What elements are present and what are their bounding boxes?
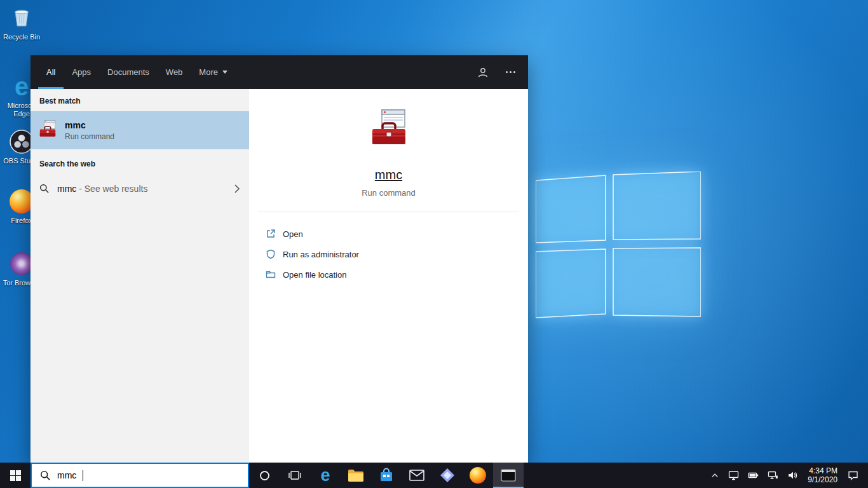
tray-battery[interactable] — [743, 463, 763, 488]
chevron-right-icon[interactable] — [234, 184, 240, 194]
result-title: mmc — [65, 120, 114, 130]
action-open-file-location[interactable]: Open file location — [266, 264, 528, 285]
clock-date: 9/1/2020 — [808, 475, 837, 484]
taskbar-search-box[interactable]: mmc — [31, 463, 249, 488]
pinned-app-icon — [440, 468, 455, 483]
action-run-as-administrator[interactable]: Run as administrator — [266, 244, 528, 264]
mail-icon — [409, 470, 424, 481]
store-icon — [379, 468, 394, 483]
desktop-icon-label: Recycle Bin — [2, 33, 41, 41]
taskbar-firefox[interactable] — [463, 463, 493, 488]
best-match-result[interactable]: mmc Run command — [31, 111, 249, 149]
mmc-app-icon-large — [369, 108, 409, 151]
file-explorer-icon — [348, 468, 364, 482]
action-label: Open — [283, 229, 303, 239]
terminal-window-icon — [501, 469, 516, 482]
chevron-up-icon — [710, 471, 719, 479]
speaker-icon — [787, 470, 797, 480]
preview-title: mmc — [375, 168, 402, 182]
web-suffix: - See web results — [76, 184, 147, 194]
desktop-icon-recycle-bin[interactable]: Recycle Bin — [2, 5, 41, 41]
options-ellipsis-icon[interactable] — [505, 67, 517, 77]
taskbar: mmc e — [0, 463, 868, 488]
tray-display[interactable] — [724, 463, 743, 488]
taskbar-edge[interactable]: e — [310, 463, 341, 488]
edge-icon: e — [320, 467, 330, 484]
chevron-down-icon — [222, 71, 227, 74]
text-cursor — [83, 470, 83, 481]
action-center-button[interactable] — [843, 463, 863, 488]
tab-more[interactable]: More — [191, 55, 236, 89]
search-icon — [39, 184, 50, 194]
folder-icon — [266, 269, 276, 280]
cortana-button[interactable] — [249, 463, 280, 488]
shield-icon — [266, 249, 276, 259]
header-right-controls — [477, 66, 517, 79]
task-view-button[interactable] — [280, 463, 310, 488]
mmc-app-icon — [38, 119, 57, 141]
tray-volume[interactable] — [783, 463, 802, 488]
search-icon — [40, 470, 51, 481]
search-tabs-bar: All Apps Documents Web More — [31, 55, 528, 89]
user-account-icon[interactable] — [477, 66, 489, 79]
tab-apps[interactable]: Apps — [64, 55, 99, 89]
windows-logo — [536, 172, 701, 330]
action-label: Open file location — [283, 270, 346, 280]
start-button[interactable] — [0, 463, 31, 488]
search-the-web-heading: Search the web — [31, 149, 249, 174]
tray-show-hidden-icons[interactable] — [706, 463, 724, 488]
preview-pane: mmc Run command Open Run as administrato… — [249, 89, 528, 463]
action-label: Run as administrator — [283, 250, 359, 259]
recycle-bin-icon — [11, 5, 32, 30]
best-match-heading: Best match — [31, 89, 249, 111]
edge-icon: e — [15, 74, 29, 99]
tab-more-label: More — [199, 67, 218, 77]
web-result-text: mmc - See web results — [57, 184, 226, 194]
tray-network[interactable] — [763, 463, 783, 488]
tab-documents[interactable]: Documents — [99, 55, 158, 89]
web-search-result[interactable]: mmc - See web results — [31, 174, 249, 203]
web-query: mmc — [57, 184, 76, 194]
taskbar-store[interactable] — [371, 463, 402, 488]
task-view-icon — [288, 470, 301, 481]
preview-subtitle: Run command — [362, 188, 416, 198]
search-results-pane: Best match mmc Run command — [31, 89, 249, 463]
taskbar-clock[interactable]: 4:34 PM 9/1/2020 — [802, 466, 843, 484]
taskbar-terminal-active[interactable] — [493, 463, 524, 488]
result-subtitle: Run command — [65, 132, 114, 141]
tab-all[interactable]: All — [38, 55, 64, 89]
preview-header: mmc Run command — [249, 89, 528, 198]
cortana-icon — [260, 471, 269, 480]
system-tray: 4:34 PM 9/1/2020 — [706, 463, 868, 488]
network-ethernet-icon — [768, 470, 778, 480]
firefox-icon — [470, 467, 486, 484]
best-match-text: mmc Run command — [65, 120, 114, 141]
taskbar-file-explorer[interactable] — [341, 463, 371, 488]
clock-time: 4:34 PM — [808, 466, 837, 475]
windows-start-icon — [10, 470, 21, 481]
action-open[interactable]: Open — [266, 224, 528, 244]
notification-icon — [848, 470, 858, 480]
taskbar-mail[interactable] — [402, 463, 432, 488]
search-flyout: All Apps Documents Web More Best match — [31, 55, 528, 463]
display-icon — [728, 470, 739, 480]
tab-web[interactable]: Web — [158, 55, 191, 89]
preview-actions: Open Run as administrator Open file loca… — [249, 212, 528, 285]
taskbar-pinned-app[interactable] — [432, 463, 463, 488]
open-icon — [266, 229, 276, 239]
battery-icon — [748, 470, 759, 480]
tor-browser-icon — [10, 251, 33, 276]
search-query-text: mmc — [57, 470, 76, 480]
